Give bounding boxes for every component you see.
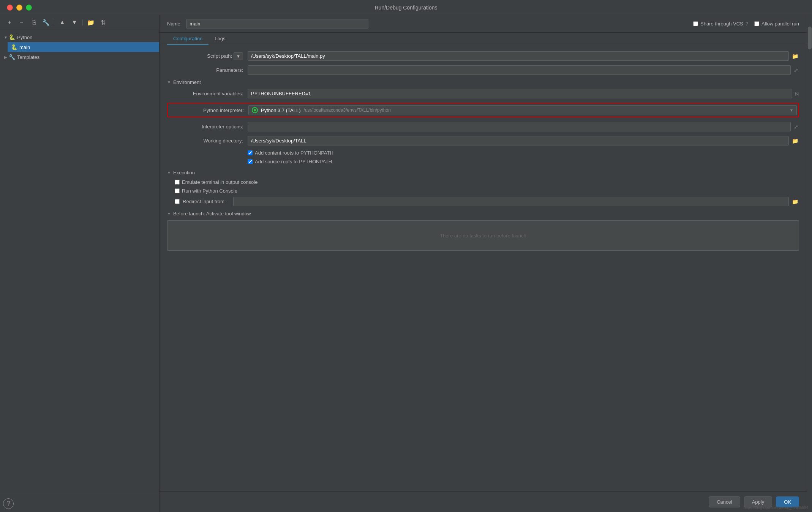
script-path-dropdown[interactable]: ▼ xyxy=(234,52,243,60)
emulate-terminal-row: Emulate terminal in output console xyxy=(167,179,799,185)
titlebar: Run/Debug Configurations xyxy=(0,0,812,15)
env-vars-row: Environment variables: ⎘ xyxy=(167,89,799,98)
working-dir-input-wrap: 📁 xyxy=(248,136,799,145)
python-interpreter-label: Python interpreter: xyxy=(169,107,244,113)
add-content-roots-checkbox[interactable] xyxy=(248,150,253,155)
add-config-button[interactable]: + xyxy=(5,18,14,27)
add-source-roots-checkbox[interactable] xyxy=(248,159,253,164)
parameters-expand-button[interactable]: ⤢ xyxy=(793,66,799,74)
python-group-icon: 🐍 xyxy=(8,34,15,41)
name-label: Name: xyxy=(167,21,182,27)
environment-section-header[interactable]: ▼ Environment xyxy=(167,79,799,85)
run-python-console-row: Run with Python Console xyxy=(167,188,799,194)
add-source-roots-label[interactable]: Add source roots to PYTHONPATH xyxy=(248,159,332,164)
script-path-label: Script path: ▼ xyxy=(167,52,243,60)
working-dir-browse-button[interactable]: 📁 xyxy=(791,137,799,145)
content-area: Script path: ▼ 📁 Parameters: ⤢ ▼ E xyxy=(160,45,807,491)
add-source-roots-row: Add source roots to PYTHONPATH xyxy=(167,159,799,164)
before-launch-section: ▼ Before launch: Activate tool window Th… xyxy=(167,211,799,251)
script-path-input[interactable] xyxy=(248,51,789,61)
redirect-input-label: Redirect input from: xyxy=(183,199,226,204)
env-vars-input-wrap: ⎘ xyxy=(248,89,799,98)
run-python-console-label[interactable]: Run with Python Console xyxy=(175,188,237,194)
sidebar-item-python[interactable]: ▼ 🐍 Python xyxy=(0,32,159,42)
python-group-arrow: ▼ xyxy=(3,35,8,40)
before-launch-content: There are no tasks to run before launch xyxy=(167,220,799,251)
scrollbar[interactable] xyxy=(807,15,812,512)
interpreter-options-expand-button[interactable]: ⤢ xyxy=(793,123,799,131)
add-content-roots-label[interactable]: Add content roots to PYTHONPATH xyxy=(248,150,333,156)
tab-configuration[interactable]: Configuration xyxy=(167,33,209,45)
wrench-button[interactable]: 🔧 xyxy=(41,18,51,27)
working-dir-row: Working directory: 📁 xyxy=(167,136,799,145)
window-title: Run/Debug Configurations xyxy=(375,5,438,11)
env-vars-label: Environment variables: xyxy=(167,91,243,96)
remove-config-button[interactable]: − xyxy=(17,18,27,27)
interpreter-options-input[interactable] xyxy=(248,122,791,131)
main-layout: + − ⎘ 🔧 ▲ ▼ 📁 ⇅ ▼ 🐍 Python 🐍 main xyxy=(0,15,812,512)
titlebar-buttons xyxy=(7,5,32,11)
templates-icon: 🔧 xyxy=(8,54,15,60)
working-dir-input[interactable] xyxy=(248,136,789,145)
config-tree: ▼ 🐍 Python 🐍 main ▶ 🔧 Templates xyxy=(0,30,159,495)
redirect-input-field[interactable] xyxy=(233,197,789,206)
move-up-button[interactable]: ▲ xyxy=(57,18,67,27)
maximize-button[interactable] xyxy=(26,5,32,11)
redirect-input-row: Redirect input from: 📁 xyxy=(167,197,799,206)
name-input[interactable] xyxy=(186,19,368,28)
allow-parallel-label[interactable]: Allow parallel run xyxy=(754,21,799,27)
parameters-label: Parameters: xyxy=(167,67,243,73)
interpreter-options-row: Interpreter options: ⤢ xyxy=(167,122,799,131)
templates-label: Templates xyxy=(17,54,39,60)
working-dir-label: Working directory: xyxy=(167,138,243,144)
emulate-terminal-label[interactable]: Emulate terminal in output console xyxy=(175,179,258,185)
allow-parallel-checkbox[interactable] xyxy=(754,21,759,26)
sidebar-bottom: ? xyxy=(0,495,159,512)
interpreter-options-input-wrap: ⤢ xyxy=(248,122,799,131)
environment-arrow-icon: ▼ xyxy=(167,80,171,84)
emulate-terminal-checkbox[interactable] xyxy=(175,180,180,185)
folder-button[interactable]: 📁 xyxy=(86,18,96,27)
parameters-input-wrap: ⤢ xyxy=(248,65,799,75)
watermark: https://blog.csdn.net/weixin_43085694 xyxy=(744,506,808,510)
copy-config-button[interactable]: ⎘ xyxy=(29,18,39,27)
sort-button[interactable]: ⇅ xyxy=(98,18,108,27)
tab-logs[interactable]: Logs xyxy=(209,33,231,45)
script-path-input-wrap: 📁 xyxy=(248,51,799,61)
cancel-button[interactable]: Cancel xyxy=(709,496,740,507)
minimize-button[interactable] xyxy=(16,5,22,11)
sidebar-item-main[interactable]: 🐍 main xyxy=(8,42,159,52)
parameters-row: Parameters: ⤢ xyxy=(167,65,799,75)
execution-section-header[interactable]: ▼ Execution xyxy=(167,170,799,175)
help-button[interactable]: ? xyxy=(3,498,14,509)
sidebar-item-templates[interactable]: ▶ 🔧 Templates xyxy=(0,52,159,62)
close-button[interactable] xyxy=(7,5,13,11)
script-path-browse-button[interactable]: 📁 xyxy=(791,52,799,60)
python-group-label: Python xyxy=(17,35,32,40)
right-panel: Name: Share through VCS ? Allow parallel… xyxy=(160,15,807,512)
parameters-input[interactable] xyxy=(248,65,791,75)
python-interpreter-select[interactable]: Python 3.7 (TALL) /usr/local/anaconda3/e… xyxy=(248,105,797,115)
interpreter-dropdown-arrow: ▼ xyxy=(790,108,793,112)
scrollbar-thumb xyxy=(808,27,812,49)
share-vcs-checkbox[interactable] xyxy=(693,21,698,26)
before-launch-arrow-icon: ▼ xyxy=(167,212,171,216)
bottom-bar: Cancel Apply OK xyxy=(160,491,807,512)
toolbar-separator xyxy=(54,19,54,25)
redirect-input-wrap: 📁 xyxy=(233,197,799,206)
env-vars-copy-button[interactable]: ⎘ xyxy=(795,90,799,98)
header-row: Name: Share through VCS ? Allow parallel… xyxy=(160,15,807,33)
move-down-button[interactable]: ▼ xyxy=(70,18,79,27)
env-vars-input[interactable] xyxy=(248,89,792,98)
share-vcs-label[interactable]: Share through VCS ? xyxy=(693,21,748,27)
templates-arrow: ▶ xyxy=(3,54,8,60)
before-launch-header[interactable]: ▼ Before launch: Activate tool window xyxy=(167,211,799,216)
redirect-input-checkbox[interactable] xyxy=(175,199,180,204)
python-interpreter-row: Python interpreter: Python 3.7 (TALL) /u… xyxy=(167,103,799,117)
run-python-console-checkbox[interactable] xyxy=(175,188,180,193)
interpreter-path: /usr/local/anaconda3/envs/TALL/bin/pytho… xyxy=(304,107,391,113)
interpreter-status-icon xyxy=(252,107,258,113)
redirect-input-browse-button[interactable]: 📁 xyxy=(791,198,799,205)
add-content-roots-row: Add content roots to PYTHONPATH xyxy=(167,150,799,156)
execution-arrow-icon: ▼ xyxy=(167,171,171,175)
